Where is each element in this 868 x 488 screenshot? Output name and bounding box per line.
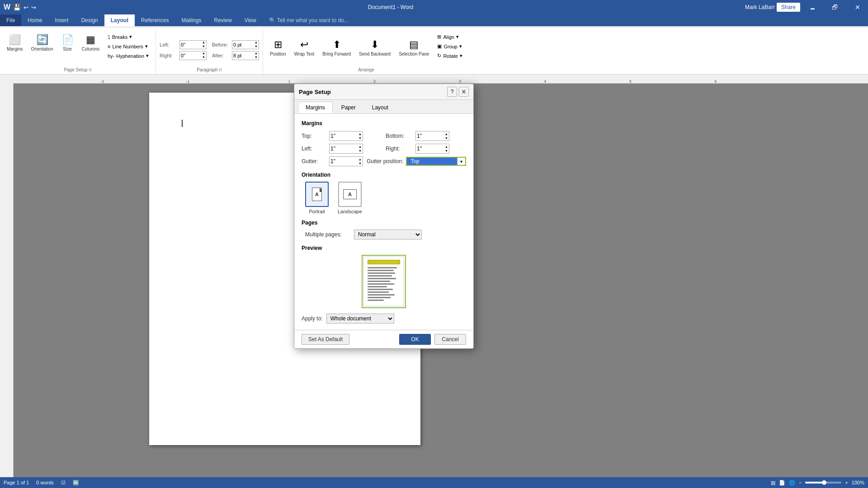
- set-as-default-button[interactable]: Set As Default: [302, 334, 349, 345]
- ok-button[interactable]: OK: [399, 334, 431, 345]
- portrait-label: Portrait: [309, 209, 325, 214]
- undo-qat-btn[interactable]: ↩: [24, 4, 28, 11]
- columns-label: Columns: [82, 47, 99, 52]
- position-button[interactable]: ⊞ Position: [267, 32, 289, 63]
- landscape-label: Landscape: [338, 209, 362, 214]
- dialog-title: Page Setup: [299, 89, 331, 95]
- columns-button[interactable]: ▦ Columns: [79, 32, 103, 54]
- selection-pane-button[interactable]: ▤ Selection Pane: [396, 32, 432, 63]
- tab-mailings[interactable]: Mailings: [175, 14, 208, 26]
- left-down[interactable]: ▼: [359, 149, 362, 153]
- tab-insert[interactable]: Insert: [48, 14, 75, 26]
- view-print-icon[interactable]: 📄: [779, 480, 785, 486]
- margins-button[interactable]: ⬜ Margins: [4, 32, 26, 54]
- selection-pane-icon: ▤: [409, 39, 419, 51]
- page-info: Page 1 of 1: [4, 480, 29, 486]
- multiple-pages-select[interactable]: Normal Mirror margins 2 pages per sheet …: [354, 230, 422, 239]
- gutter-input[interactable]: 1" ▲ ▼: [329, 156, 363, 166]
- zoom-out-btn[interactable]: −: [799, 480, 802, 485]
- bottom-input[interactable]: 1" ▲ ▼: [415, 131, 449, 141]
- dialog-help-btn[interactable]: ?: [447, 87, 457, 97]
- preview-document: [362, 255, 406, 308]
- apply-to-label: Apply to:: [302, 315, 323, 322]
- hyphenation-button[interactable]: hy-Hyphenation▾: [104, 52, 152, 60]
- tab-review[interactable]: Review: [208, 14, 238, 26]
- size-button[interactable]: 📄 Size: [58, 32, 77, 54]
- redo-qat-btn[interactable]: ↪: [31, 4, 36, 11]
- gutter-position-dropdown-arrow[interactable]: ▾: [457, 158, 465, 165]
- indent-right-down[interactable]: ▼: [202, 56, 205, 59]
- wrap-text-label: Wrap Text: [294, 52, 315, 56]
- send-backward-label: Send Backward: [359, 52, 391, 56]
- apply-to-select[interactable]: Whole document This point forward: [326, 314, 394, 324]
- landscape-button[interactable]: A Landscape: [338, 182, 362, 214]
- dialog-close-btn[interactable]: ✕: [459, 87, 469, 97]
- zoom-in-btn[interactable]: +: [845, 480, 848, 485]
- zoom-level: 100%: [852, 480, 864, 485]
- wrap-text-button[interactable]: ↩ Wrap Text: [291, 32, 318, 63]
- left-input[interactable]: 1" ▲ ▼: [329, 144, 363, 154]
- bottom-down[interactable]: ▼: [445, 136, 448, 140]
- send-backward-button[interactable]: ⬇ Send Backward: [356, 32, 394, 63]
- indent-left-up[interactable]: ▲: [202, 41, 205, 44]
- page-setup-group-label[interactable]: Page Setup⊡: [4, 66, 152, 74]
- margins-label: Margins: [7, 47, 23, 52]
- orientation-button[interactable]: 🔄 Orientation: [28, 32, 57, 54]
- tab-design[interactable]: Design: [75, 14, 104, 26]
- top-up[interactable]: ▲: [359, 132, 362, 136]
- tab-layout[interactable]: Layout: [104, 14, 135, 26]
- portrait-button[interactable]: A Portrait: [305, 182, 329, 214]
- share-button[interactable]: Share: [777, 3, 800, 12]
- window-title: Document1 - Word: [368, 4, 413, 10]
- indent-right-input[interactable]: 0" ▲ ▼: [179, 51, 207, 60]
- right-up[interactable]: ▲: [445, 145, 448, 149]
- gutter-down[interactable]: ▼: [359, 161, 362, 165]
- left-up[interactable]: ▲: [359, 145, 362, 149]
- spacing-after-up[interactable]: ▲: [255, 52, 258, 55]
- maximize-btn[interactable]: 🗗: [825, 0, 845, 14]
- bring-forward-button[interactable]: ⬆ Bring Forward: [319, 32, 354, 63]
- cancel-button[interactable]: Cancel: [434, 334, 466, 345]
- indent-left-down[interactable]: ▼: [202, 45, 205, 48]
- save-qat-btn[interactable]: 💾: [13, 4, 21, 11]
- rotate-button[interactable]: ↻Rotate▾: [434, 52, 465, 60]
- right-down[interactable]: ▼: [445, 149, 448, 153]
- minimize-btn[interactable]: 🗕: [802, 0, 823, 14]
- preview-section-label: Preview: [302, 245, 466, 251]
- view-web-icon[interactable]: 🌐: [789, 480, 795, 486]
- group-button[interactable]: ▣Group▾: [434, 42, 465, 51]
- top-input[interactable]: 1" ▲ ▼: [329, 131, 363, 141]
- zoom-slider[interactable]: [805, 482, 841, 483]
- tab-file[interactable]: File: [0, 14, 21, 26]
- view-normal-icon[interactable]: ▤: [771, 480, 775, 486]
- columns-icon: ▦: [86, 34, 95, 46]
- tab-home[interactable]: Home: [21, 14, 48, 26]
- wrap-text-icon: ↩: [300, 39, 308, 51]
- tab-view[interactable]: View: [238, 14, 263, 26]
- gutter-up[interactable]: ▲: [359, 157, 362, 161]
- spacing-after-input[interactable]: 8 pt ▲ ▼: [232, 51, 259, 60]
- dialog-tab-paper[interactable]: Paper: [334, 102, 363, 113]
- line-numbers-button[interactable]: ≡Line Numbers▾: [104, 42, 152, 51]
- bottom-up[interactable]: ▲: [445, 132, 448, 136]
- align-button[interactable]: ⊞Align▾: [434, 33, 465, 41]
- spacing-before-input[interactable]: 0 pt ▲ ▼: [232, 40, 259, 49]
- size-icon: 📄: [61, 34, 74, 46]
- track-changes-icon: ☑: [61, 480, 66, 486]
- tell-me-input[interactable]: 🔍 Tell me what you want to do...: [263, 14, 355, 26]
- indent-left-input[interactable]: 0" ▲ ▼: [179, 40, 207, 49]
- gutter-position-select[interactable]: Top ▾: [406, 157, 466, 166]
- ribbon-group-page-setup: ⬜ Margins 🔄 Orientation 📄 Size ▦ Columns…: [4, 30, 156, 74]
- right-input[interactable]: 1" ▲ ▼: [415, 144, 449, 154]
- paragraph-group-label[interactable]: Paragraph⊡: [160, 66, 259, 74]
- spacing-before-down[interactable]: ▼: [255, 45, 258, 48]
- close-btn[interactable]: ✕: [847, 0, 868, 14]
- tab-references[interactable]: References: [135, 14, 175, 26]
- dialog-tab-margins[interactable]: Margins: [298, 102, 333, 113]
- breaks-button[interactable]: ⤵Breaks▾: [104, 33, 152, 41]
- spacing-after-down[interactable]: ▼: [255, 56, 258, 59]
- top-down[interactable]: ▼: [359, 136, 362, 140]
- dialog-tab-layout[interactable]: Layout: [364, 102, 396, 113]
- spacing-before-up[interactable]: ▲: [255, 41, 258, 44]
- indent-right-up[interactable]: ▲: [202, 52, 205, 55]
